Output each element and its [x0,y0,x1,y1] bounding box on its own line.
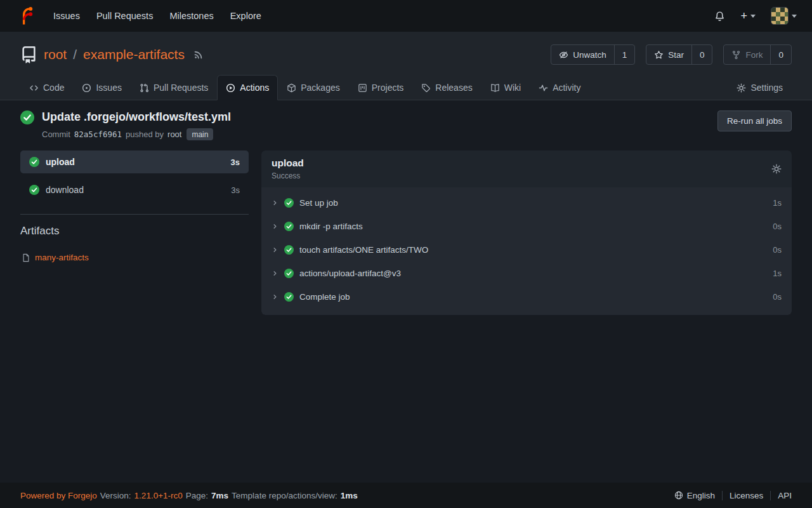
tab-releases[interactable]: Releases [412,75,481,100]
job-name: download [46,185,84,195]
star-button[interactable]: Star [646,45,691,64]
forks-count[interactable]: 0 [770,45,791,64]
job-row[interactable]: download 3s [20,178,249,201]
repo-name-link[interactable]: example-artifacts [83,47,185,62]
file-icon [22,253,30,262]
rss-icon [193,50,204,60]
language-label: English [687,491,715,500]
tab-packages[interactable]: Packages [278,75,348,100]
step-row[interactable]: Complete job 0s [261,285,792,309]
fork-icon [731,50,741,60]
chevron-right-icon [272,293,278,300]
nav-item-issues[interactable]: Issues [45,6,88,26]
job-detail-panel: upload Success [261,150,792,315]
tab-label: Projects [372,83,404,93]
version-link[interactable]: 1.21.0+1-rc0 [134,491,183,500]
job-row[interactable]: upload 3s [20,150,249,173]
watchers-count[interactable]: 1 [614,45,635,64]
footer: Powered by Forgejo Version: 1.21.0+1-rc0… [0,483,812,508]
step-name: actions/upload-artifact@v3 [299,269,401,278]
step-name: Set up job [299,198,338,208]
step-row[interactable]: actions/upload-artifact@v3 1s [261,262,792,285]
tab-activity[interactable]: Activity [530,75,589,100]
artifact-download-link[interactable]: many-artifacts [35,253,89,262]
tab-projects[interactable]: Projects [349,75,413,100]
powered-by-link[interactable]: Powered by Forgejo [20,491,97,500]
check-circle-icon [284,292,294,302]
repo-header: root / example-artifacts [0,32,812,100]
rss-feed-button[interactable] [193,50,204,60]
tab-pull-requests[interactable]: Pull Requests [131,75,217,100]
api-link[interactable]: API [770,491,792,500]
step-name: touch artifacts/ONE artifacts/TWO [299,245,428,255]
star-label: Star [668,50,684,60]
nav-item-explore[interactable]: Explore [222,6,270,26]
chevron-right-icon [272,199,278,206]
tab-label: Pull Requests [154,83,208,93]
check-circle-icon [284,269,294,278]
eye-off-icon [559,50,568,60]
chevron-down-icon [792,15,797,18]
tab-label: Issues [96,83,121,93]
branch-badge[interactable]: main [187,128,213,140]
gear-icon [737,83,746,93]
job-duration: 3s [231,185,240,195]
project-icon [358,83,367,93]
repo-path-separator: / [73,47,77,62]
pulse-icon [539,83,548,93]
tab-issues[interactable]: Issues [73,75,130,100]
rerun-all-jobs-button[interactable]: Re-run all jobs [717,110,792,131]
step-duration: 0s [773,292,782,302]
step-row[interactable]: mkdir -p artifacts 0s [261,215,792,238]
job-duration: 3s [231,157,240,167]
language-menu[interactable]: English [667,491,722,500]
licenses-link[interactable]: Licenses [722,491,770,500]
repo-action-buttons: Unwatch 1 Star 0 [551,44,792,65]
check-circle-icon [29,157,39,167]
repo-owner-link[interactable]: root [44,47,67,62]
tab-settings[interactable]: Settings [728,75,792,100]
book-icon [490,83,500,93]
step-row[interactable]: touch artifacts/ONE artifacts/TWO 0s [261,238,792,262]
pusher-link[interactable]: root [167,130,181,139]
tab-label: Packages [301,83,339,93]
create-new-button[interactable]: + [735,6,761,25]
sidebar-divider [20,214,249,215]
chevron-right-icon [272,270,278,277]
code-icon [29,83,39,93]
job-options-button[interactable] [771,164,782,174]
nav-item-milestones[interactable]: Milestones [161,6,221,26]
page-time-value: 7ms [211,491,228,500]
tab-label: Code [43,83,64,93]
fork-button[interactable]: Fork [724,45,770,64]
artifact-item: many-artifacts [20,251,249,264]
stars-count[interactable]: 0 [691,45,712,64]
tag-icon [421,83,431,93]
star-button-group: Star 0 [646,44,712,65]
pull-request-icon [140,83,149,93]
template-time-label: Template repo/actions/view: [232,491,337,500]
step-row[interactable]: Set up job 1s [261,191,792,215]
tab-code[interactable]: Code [20,75,73,100]
gear-icon [771,164,782,174]
job-detail-status: Success [272,171,304,180]
tab-wiki[interactable]: Wiki [481,75,530,100]
unwatch-button[interactable]: Unwatch [551,45,614,64]
tab-actions[interactable]: Actions [217,75,278,100]
check-circle-icon [284,198,294,208]
artifacts-heading: Artifacts [20,225,249,237]
step-name: Complete job [299,292,350,302]
notifications-button[interactable] [709,7,730,25]
globe-icon [674,491,683,500]
unwatch-label: Unwatch [573,50,606,60]
user-menu-button[interactable] [766,3,802,29]
issue-icon [82,83,91,93]
commit-sha-link[interactable]: 82a5cf6961 [74,130,122,139]
repo-icon [20,46,37,64]
actions-run-view: Update .forgejo/workflows/test.yml Commi… [0,100,812,483]
step-duration: 1s [773,198,782,208]
job-detail-header: upload Success [261,150,792,187]
pushed-by-label: pushed by [126,130,164,139]
forgejo-logo[interactable] [16,6,36,26]
nav-item-pull-requests[interactable]: Pull Requests [88,6,161,26]
